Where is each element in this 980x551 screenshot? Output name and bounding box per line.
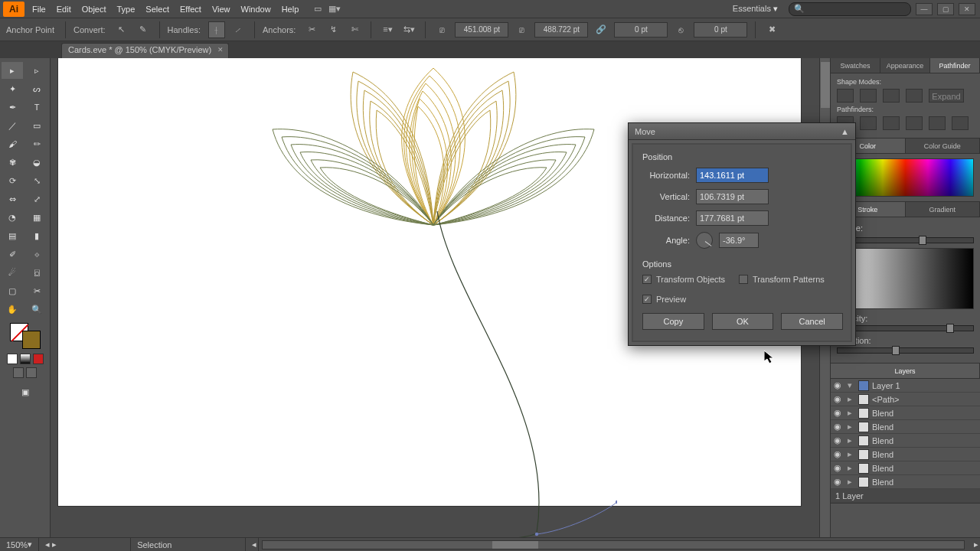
stroke-slider[interactable]	[837, 237, 974, 243]
scroll-right-icon[interactable]: ▸	[968, 538, 980, 551]
scroll-left-icon[interactable]: ◂	[246, 538, 259, 551]
h-field[interactable]: 0 pt	[694, 22, 747, 37]
anchors-remove-icon[interactable]: ✂	[303, 21, 320, 38]
menu-window[interactable]: Window	[241, 5, 271, 14]
angle-dial[interactable]	[696, 232, 713, 249]
layer-row[interactable]: ◉▸<Path>	[831, 393, 980, 406]
convert-corner-icon[interactable]: ↖	[113, 21, 130, 38]
tool-slice[interactable]: ✂	[26, 282, 47, 299]
w-field[interactable]: 0 pt	[614, 22, 668, 37]
document-tab[interactable]: Cards.eve * @ 150% (CMYK/Preview) ✕	[61, 43, 229, 58]
x-link-icon[interactable]: ⎚	[433, 21, 450, 38]
minimize-button[interactable]: —	[916, 3, 933, 15]
tool-type[interactable]: T	[26, 99, 47, 116]
tool-change-screen[interactable]: ▣	[15, 383, 36, 400]
layer-row[interactable]: ◉▸Blend	[831, 475, 980, 489]
workspace-switcher[interactable]: Essentials ▾	[733, 4, 778, 14]
tool-lasso[interactable]: ᔕ	[26, 80, 47, 97]
tool-direct-select[interactable]: ▹	[26, 62, 47, 79]
grad-radial-icon[interactable]	[886, 222, 900, 234]
tool-paintbrush[interactable]: 🖌	[2, 135, 23, 152]
opacity-slider[interactable]	[837, 325, 974, 331]
zoom-level[interactable]: 150% ▾	[0, 538, 39, 551]
tool-magic-wand[interactable]: ✦	[2, 80, 23, 97]
preview-checkbox[interactable]: Preview	[642, 295, 829, 304]
unite-icon[interactable]	[837, 89, 854, 103]
horizontal-scrollbar[interactable]	[262, 540, 965, 549]
tool-pen[interactable]: ✒	[2, 99, 23, 116]
tab-layers[interactable]: Layers	[831, 364, 980, 378]
menu-help[interactable]: Help	[282, 5, 299, 14]
crop-icon[interactable]	[906, 116, 923, 130]
tool-graph[interactable]: ⌼	[26, 264, 47, 281]
screen-full-icon[interactable]	[26, 367, 37, 378]
screen-mode-icon[interactable]	[13, 367, 24, 378]
horizontal-input[interactable]	[696, 168, 769, 183]
tool-symbol[interactable]: ☄	[2, 264, 23, 281]
tab-pathfinder[interactable]: Pathfinder	[930, 58, 980, 73]
tool-zoom[interactable]: 🔍	[26, 301, 47, 318]
tab-appearance[interactable]: Appearance	[880, 58, 930, 73]
maximize-button[interactable]: ▢	[937, 3, 954, 15]
convert-smooth-icon[interactable]: ✎	[135, 21, 152, 38]
gradient-mode-icon[interactable]	[20, 354, 31, 364]
cancel-button[interactable]: Cancel	[781, 313, 843, 330]
location-slider[interactable]	[837, 347, 974, 354]
trim-icon[interactable]	[860, 116, 877, 130]
y-field[interactable]: 488.722 pt	[534, 22, 588, 37]
minus-back-icon[interactable]	[952, 116, 969, 130]
color-spectrum[interactable]	[837, 158, 974, 197]
transform-objects-checkbox[interactable]: Transform Objects	[642, 275, 725, 284]
tool-width[interactable]: ⇔	[2, 191, 23, 207]
tool-eyedropper[interactable]: ✐	[2, 246, 23, 262]
layer-row[interactable]: ◉▸Blend	[831, 420, 980, 434]
tool-line[interactable]: ／	[2, 117, 23, 134]
x-field[interactable]: 451.008 pt	[455, 22, 508, 37]
copy-button[interactable]: Copy	[642, 313, 704, 330]
none-mode-icon[interactable]	[33, 354, 44, 364]
dialog-toggle-icon[interactable]: ▲	[841, 127, 849, 136]
dialog-titlebar[interactable]: Move ▲	[629, 123, 855, 140]
anchors-connect-icon[interactable]: ↯	[325, 21, 341, 38]
isolate-icon[interactable]: ✖	[763, 21, 780, 38]
fill-stroke-swatch[interactable]	[10, 323, 41, 349]
layer-row-top[interactable]: ◉▾Layer 1	[831, 379, 980, 393]
menu-file[interactable]: File	[32, 5, 46, 14]
tool-gradient[interactable]: ▮	[26, 227, 47, 244]
y-link-icon[interactable]: ⎚	[513, 21, 530, 38]
handles-show-icon[interactable]: ⟊	[208, 21, 225, 38]
tool-shape-builder[interactable]: ◔	[2, 209, 23, 226]
nav-cell[interactable]: ◂ ▸	[39, 538, 131, 551]
align-icon[interactable]: ≡▾	[379, 21, 396, 38]
menu-effect[interactable]: Effect	[180, 5, 201, 14]
close-window-button[interactable]: ✕	[959, 3, 975, 15]
tool-rectangle[interactable]: ▭	[26, 117, 47, 134]
disclosure-icon[interactable]: ▾	[844, 380, 855, 390]
tool-scale[interactable]: ⤡	[26, 172, 47, 189]
tool-hand[interactable]: ✋	[2, 301, 23, 318]
tool-blob[interactable]: ✾	[2, 154, 23, 171]
angle-input[interactable]	[719, 233, 759, 248]
transform-patterns-checkbox[interactable]: Transform Patterns	[739, 275, 825, 284]
search-input[interactable]: 🔍	[789, 2, 911, 16]
anchors-cut-icon[interactable]: ✄	[346, 21, 363, 38]
menu-object[interactable]: Object	[82, 5, 106, 14]
color-mode-icon[interactable]	[7, 354, 18, 364]
tool-artboard[interactable]: ▢	[2, 282, 23, 299]
outline-icon[interactable]	[929, 116, 946, 130]
distance-input[interactable]	[696, 210, 769, 226]
menu-view[interactable]: View	[212, 5, 230, 14]
tool-free-transform[interactable]: ⤢	[26, 191, 47, 207]
minus-front-icon[interactable]	[860, 89, 877, 103]
menu-select[interactable]: Select	[145, 5, 169, 14]
link-icon[interactable]: ⎋	[672, 21, 689, 38]
menu-edit[interactable]: Edit	[57, 5, 71, 14]
layer-row[interactable]: ◉▸Blend	[831, 448, 980, 461]
handles-hide-icon[interactable]: ⟋	[230, 21, 247, 38]
expand-button[interactable]: Expand	[929, 89, 964, 103]
tab-gradient[interactable]: Gradient	[906, 202, 981, 217]
tab-swatches[interactable]: Swatches	[831, 58, 880, 73]
tool-selection[interactable]: ▸	[2, 62, 23, 79]
ok-button[interactable]: OK	[712, 313, 774, 330]
grad-linear-icon[interactable]	[869, 222, 883, 234]
